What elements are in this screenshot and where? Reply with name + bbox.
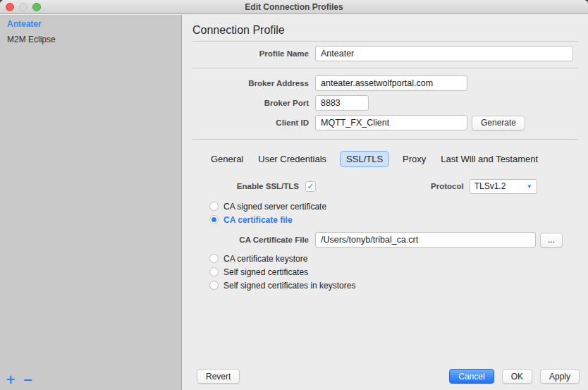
ca-certificate-keystore-label: CA certificate keystore [223, 254, 307, 264]
tab-last-will[interactable]: Last Will and Testament [439, 152, 539, 166]
add-profile-button[interactable]: + [6, 374, 16, 386]
ca-certificate-file-field-label: CA Certificate File [183, 236, 315, 244]
tab-proxy[interactable]: Proxy [401, 152, 427, 166]
tab-ssl-tls[interactable]: SSL/TLS [340, 151, 389, 167]
self-signed-keystores-radio[interactable] [209, 281, 219, 290]
heading-divider [192, 41, 578, 42]
checkmark-icon: ✓ [307, 182, 314, 190]
ca-certificate-keystore-radio[interactable] [209, 254, 219, 263]
radio-row-self-signed-keystore: Self signed certificates in keystores [209, 280, 588, 291]
protocol-group: Protocol TLSv1.2 ▼ [431, 178, 537, 194]
settings-tabs: General User Credentials SSL/TLS Proxy L… [209, 151, 588, 167]
broker-port-input[interactable] [315, 95, 369, 111]
self-signed-certificates-radio[interactable] [209, 267, 219, 276]
radio-row-ca-keystore: CA certificate keystore [209, 253, 588, 264]
client-id-row: Client ID Generate [183, 115, 588, 130]
client-id-input[interactable] [315, 115, 467, 130]
title-bar: Edit Connection Profiles [0, 0, 588, 14]
generate-client-id-button[interactable]: Generate [472, 116, 525, 130]
minimize-window-button [19, 3, 27, 11]
broker-address-input[interactable] [315, 75, 467, 91]
revert-button[interactable]: Revert [197, 369, 240, 384]
ca-signed-server-cert-radio[interactable] [209, 202, 219, 211]
browse-ca-file-button[interactable]: ... [540, 233, 563, 248]
sidebar-controls: + − [6, 374, 33, 386]
client-id-label: Client ID [183, 118, 315, 127]
ca-certificate-file-radio[interactable] [209, 215, 219, 224]
radio-row-self-signed: Self signed certificates [209, 267, 588, 277]
broker-address-row: Broker Address [183, 75, 588, 91]
profile-name-label: Profile Name [183, 49, 315, 58]
apply-button[interactable]: Apply [540, 369, 580, 384]
broker-address-label: Broker Address [183, 79, 315, 87]
sidebar-item-m2m-eclipse[interactable]: M2M Eclipse [0, 30, 181, 46]
close-window-button[interactable] [6, 3, 14, 11]
profiles-sidebar: Anteater M2M Eclipse + − [0, 15, 182, 390]
page-title: Connection Profile [192, 24, 588, 37]
ca-certificate-file-input[interactable] [315, 232, 536, 248]
profile-name-row: Profile Name [183, 46, 588, 61]
ca-signed-server-cert-label: CA signed server certificate [223, 202, 326, 212]
main-panel: Connection Profile Profile Name Broker A… [183, 15, 588, 390]
window-title: Edit Connection Profiles [245, 2, 343, 12]
dialog-footer: Revert Cancel OK Apply [183, 369, 588, 384]
edit-connection-profiles-window: Edit Connection Profiles Anteater M2M Ec… [0, 0, 588, 390]
enable-ssl-label: Enable SSL/TLS [183, 182, 305, 190]
radio-row-ca-file: CA certificate file [209, 214, 588, 225]
ca-certificate-file-row: CA Certificate File ... [183, 232, 588, 248]
tab-general[interactable]: General [209, 152, 245, 166]
enable-ssl-checkbox[interactable]: ✓ [305, 181, 316, 192]
protocol-dropdown[interactable]: TLSv1.2 ▼ [470, 179, 537, 194]
traffic-lights [6, 3, 41, 11]
self-signed-keystores-label: Self signed certificates in keystores [223, 281, 355, 291]
ok-button[interactable]: OK [502, 369, 532, 384]
ca-certificate-file-label: CA certificate file [223, 215, 293, 225]
zoom-window-button[interactable] [32, 3, 41, 11]
chevron-down-icon: ▼ [527, 183, 532, 190]
radio-row-ca-signed: CA signed server certificate [209, 201, 588, 212]
enable-ssl-row: Enable SSL/TLS ✓ Protocol TLSv1.2 ▼ [183, 178, 588, 194]
protocol-label: Protocol [431, 182, 470, 190]
section-divider-2 [192, 139, 578, 140]
section-divider-1 [192, 68, 578, 68]
cancel-button[interactable]: Cancel [449, 369, 494, 384]
self-signed-certificates-label: Self signed certificates [223, 267, 308, 277]
sidebar-item-anteater[interactable]: Anteater [0, 15, 181, 30]
profile-name-input[interactable] [315, 46, 573, 61]
broker-port-label: Broker Port [183, 99, 315, 107]
broker-port-row: Broker Port [183, 95, 588, 111]
protocol-value: TLSv1.2 [474, 181, 506, 191]
remove-profile-button[interactable]: − [23, 374, 32, 386]
tab-user-credentials[interactable]: User Credentials [257, 152, 328, 166]
